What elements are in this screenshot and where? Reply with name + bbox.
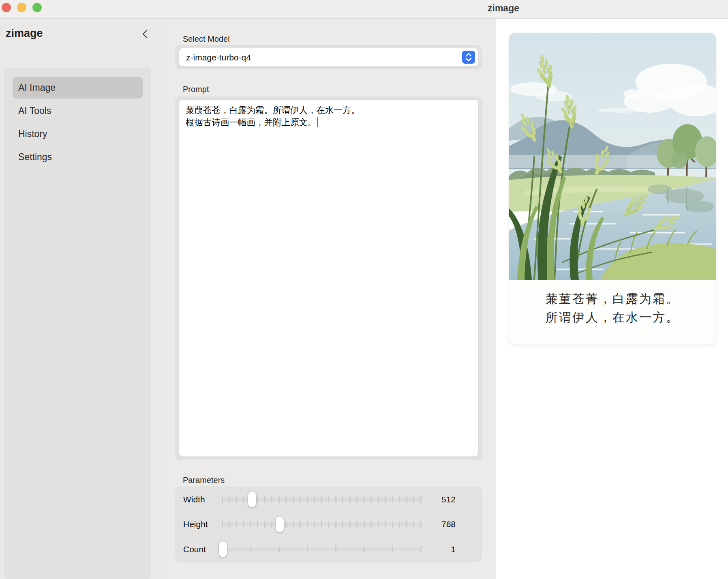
parameters-well: Width 512 Height 768 Count 1 [176, 487, 482, 562]
poem-line1: 蒹菫苍菁，白露为霜。 [509, 290, 716, 308]
poem-line2: 所谓伊人，在水一方。 [509, 308, 716, 327]
parameter-row-height: Height 768 [176, 512, 481, 537]
sidebar-menu: AI Image AI Tools History Settings [4, 68, 151, 579]
parameter-value: 1 [421, 545, 474, 554]
zoom-window-button[interactable] [32, 3, 42, 12]
titlebar: zimage [0, 0, 728, 19]
sidebar-item-label: Settings [18, 152, 52, 163]
prompt-input[interactable]: 蒹葭苍苍，白露为霜。所谓伊人，在水一方。 根据古诗画一幅画，并附上原文。 [179, 100, 478, 457]
prompt-text-line2: 根据古诗画一幅画，并附上原文。 [186, 116, 471, 129]
model-select-value: z-image-turbo-q4 [186, 53, 251, 62]
prompt-well: 蒹葭苍苍，白露为霜。所谓伊人，在水一方。 根据古诗画一幅画，并附上原文。 [176, 96, 482, 460]
parameter-value: 768 [421, 519, 474, 529]
poem-caption: 蒹菫苍菁，白露为霜。 所谓伊人，在水一方。 [509, 280, 716, 327]
window-title: zimage [488, 3, 519, 14]
chevron-left-icon [141, 29, 150, 39]
app-title: zimage [6, 27, 43, 40]
parameters-label: Parameters [183, 476, 225, 485]
sidebar-item-ai-tools[interactable]: AI Tools [13, 100, 143, 122]
slider-thumb[interactable] [219, 541, 227, 557]
parameter-row-width: Width 512 [176, 487, 481, 512]
parameter-label: Height [183, 519, 222, 529]
parameter-value: 512 [421, 495, 474, 504]
sidebar: zimage AI Image AI Tools History Setting… [0, 18, 162, 579]
parameter-slider[interactable] [222, 491, 421, 508]
text-cursor [317, 117, 318, 127]
close-window-button[interactable] [2, 3, 11, 12]
sidebar-header: zimage [0, 18, 162, 50]
select-stepper-icon[interactable] [462, 51, 475, 64]
sidebar-item-history[interactable]: History [13, 123, 143, 145]
parameter-slider[interactable] [222, 515, 421, 533]
slider-thumb[interactable] [276, 517, 284, 532]
parameter-row-count: Count 1 [176, 537, 481, 562]
sidebar-item-label: AI Image [18, 82, 56, 93]
minimize-window-button[interactable] [17, 3, 26, 12]
generated-image-card: 蒹菫苍菁，白露为霜。 所谓伊人，在水一方。 [509, 33, 716, 345]
model-select-well: z-image-turbo-q4 [176, 45, 482, 69]
sidebar-item-ai-image[interactable]: AI Image [13, 77, 143, 99]
sidebar-item-label: AI Tools [18, 105, 51, 116]
select-model-label: Select Model [183, 34, 230, 44]
sidebar-item-label: History [18, 129, 47, 139]
prompt-label: Prompt [183, 85, 209, 94]
prompt-text-line1: 蒹葭苍苍，白露为霜。所谓伊人，在水一方。 [186, 104, 471, 116]
sidebar-collapse-button[interactable] [141, 29, 150, 39]
parameter-slider[interactable] [222, 540, 421, 558]
chevron-up-icon [465, 53, 472, 57]
main-panel: Select Model z-image-turbo-q4 Prompt 蒹葭苍… [163, 18, 495, 579]
generated-landscape-image [509, 33, 716, 280]
slider-track[interactable] [222, 548, 421, 551]
chevron-down-icon [465, 58, 472, 62]
traffic-lights [2, 3, 42, 12]
slider-thumb[interactable] [248, 491, 256, 507]
parameter-label: Count [183, 545, 222, 554]
preview-panel: 蒹菫苍菁，白露为霜。 所谓伊人，在水一方。 [496, 18, 728, 579]
model-select[interactable]: z-image-turbo-q4 [179, 48, 478, 66]
parameter-label: Width [183, 495, 222, 504]
sidebar-item-settings[interactable]: Settings [13, 146, 143, 168]
